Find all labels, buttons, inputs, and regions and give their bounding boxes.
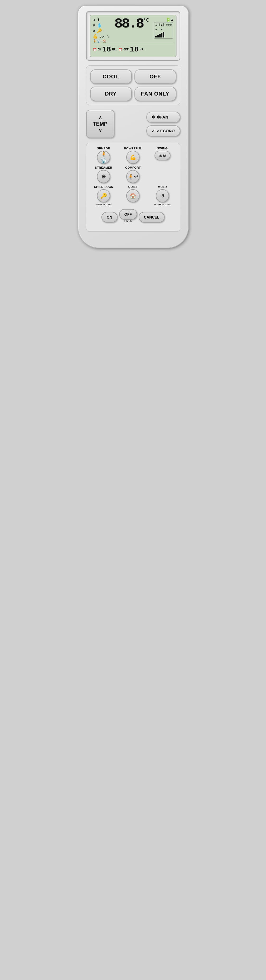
swing-icon: ≋≋ [159,153,166,158]
lcd-outer: ↺ 🌡 ❄ 💧 ❋ 🔑 💪 ↙↗ ⤡ [86,11,180,61]
timer-off-label: OFF [123,48,129,51]
comfort-label: COMFORT [125,166,141,169]
mold-icon: ↺ [160,192,164,199]
child-lock-label: CHILD LOCK [94,185,113,188]
child-lock-push-label: PUSH for 2 sec [96,203,112,206]
timer-on-button[interactable]: ON [102,212,118,223]
mold-button[interactable]: ↺ [156,189,169,202]
powerful-item: POWERFUL 💪 [120,147,146,164]
timer-off-button[interactable]: OFF [119,209,137,220]
temp-label: TEMP [93,121,108,127]
lcd-left-icons: ↺ 🌡 ❄ 💧 ❋ 🔑 💪 ↙↗ ⤡ [93,17,110,43]
droplet-icon: 💧 [97,23,102,28]
lcd-timer-row: ⏰ ON 18 HR. ⏰ OFF 18 HR. [93,44,174,54]
lcd-temp-unit: °C [143,17,149,23]
quiet-label: QUIET [128,185,138,188]
econo-label: ↙ECONO [157,129,175,133]
empty-top-right [149,166,175,183]
timer-on-hr: HR. [112,48,117,51]
comfort-item: COMFORT 🧍↩ [120,166,146,183]
sensor-label: SENSOR [97,147,110,150]
dry-button[interactable]: DRY [90,87,132,101]
powerful-label: POWERFUL [124,147,142,150]
sensor-icon: 🧍📡 [97,151,110,164]
child-lock-icon: 🔑 [100,192,107,199]
sensor-button[interactable]: 🧍📡 [97,151,110,164]
temp-button[interactable]: ∧ TEMP ∨ [86,110,115,138]
person-wave-icon: 🧍📡 [93,39,100,43]
temp-up-arrow: ∧ [99,115,102,120]
mode-section: COOL OFF DRY FAN ONLY [86,65,180,105]
advanced-grid: SENSOR 🧍📡 POWERFUL 💪 SWING ≋≋ [91,147,176,206]
timer-off-hr: HR. [140,48,145,51]
fan-btn-label: ❄FAN [157,115,168,119]
swirl-icon: ↩ [161,27,162,31]
side-buttons: ❄ ❄FAN ↙ ↙ECONO [147,111,180,137]
person-house-icon: 🏠 [102,39,106,43]
up-fan-icon: ❋↑ [155,27,159,31]
clock-icon: ↺ [93,17,96,22]
temp-icon: 🌡 [97,17,101,22]
comfort-button[interactable]: 🧍↩ [126,170,140,183]
timer-on-num: 18 [102,45,111,54]
comfort-icon: 🧍↩ [127,173,139,180]
fan-only-button[interactable]: FAN ONLY [134,87,176,101]
streamer-item: STREAMER ✳ [91,166,117,183]
sensor-item: SENSOR 🧍📡 [91,147,117,164]
zigzag-icon: ⤡ [106,34,110,39]
econo-icon: ↙ [151,129,155,133]
a-label: [A] [159,23,164,27]
lcd-right-icons: 🔋▲ ❋ [A] ≋≋≋ ❋↑ ↩ [154,17,174,38]
lcd-temperature: 88.8 [115,17,143,31]
streamer-label: STREAMER [95,166,112,169]
fan-button[interactable]: ❄ ❄FAN [147,111,180,123]
child-lock-item: CHILD LOCK 🔑 PUSH for 2 sec [91,185,117,206]
swing-button[interactable]: ≋≋ [155,151,170,160]
arrows-icon: ↙↗ [100,34,105,39]
quiet-icon: 🏠 [130,192,136,199]
mold-label: MOLD [158,185,167,188]
temp-fan-row: ∧ TEMP ∨ ❄ ❄FAN ↙ ↙ECONO [86,110,180,138]
timer-buttons-container: ON OFF TIMER CANCEL [91,209,176,228]
fan-btn-icon: ❄ [151,115,155,119]
quiet-button[interactable]: 🏠 [126,189,140,202]
muscle-icon: 💪 [93,34,98,39]
timer-cancel-button[interactable]: CANCEL [139,212,164,223]
quiet-item: QUIET 🏠 [120,185,146,206]
mold-push-label: PUSH for 2 sec [154,203,170,206]
timer-off-group: OFF TIMER [119,209,137,223]
timer-label: TIMER [124,220,132,223]
fan-icon: ❋ [93,28,96,33]
advanced-section: SENSOR 🧍📡 POWERFUL 💪 SWING ≋≋ [86,143,180,232]
remote-body: ↺ 🌡 ❄ 💧 ❋ 🔑 💪 ↙↗ ⤡ [78,5,189,248]
timer-off-num: 18 [130,45,139,54]
lcd-right-panel: ❋ [A] ≋≋≋ ❋↑ ↩ [154,22,174,38]
cool-button[interactable]: COOL [90,69,132,84]
temp-down-arrow: ∨ [99,127,102,133]
key-icon: 🔑 [97,28,102,33]
timer-clock-icon: ⏰ [93,48,97,51]
mold-item: MOLD ↺ PUSH for 2 sec [149,185,175,206]
child-lock-button[interactable]: 🔑 [97,189,110,202]
off-button[interactable]: OFF [134,69,176,84]
powerful-button[interactable]: 💪 [126,151,140,164]
powerful-icon: 💪 [130,154,136,161]
streamer-button[interactable]: ✳ [97,170,110,183]
timer-clock2-icon: ⏰ [118,48,122,51]
snowflake-icon: ❄ [93,23,96,28]
swing-label: SWING [157,147,168,150]
battery-icon: 🔋▲ [166,17,174,22]
wave-icon: ≋≋≋ [166,23,172,27]
lcd-screen: ↺ 🌡 ❄ 💧 ❋ 🔑 💪 ↙↗ ⤡ [90,15,177,57]
swing-item: SWING ≋≋ [149,147,175,164]
econo-button[interactable]: ↙ ↙ECONO [147,126,180,137]
auto-fan-icon: ❋ [155,23,157,27]
signal-bars [155,32,172,38]
streamer-icon: ✳ [102,173,106,180]
timer-on-label: ON [98,48,101,51]
